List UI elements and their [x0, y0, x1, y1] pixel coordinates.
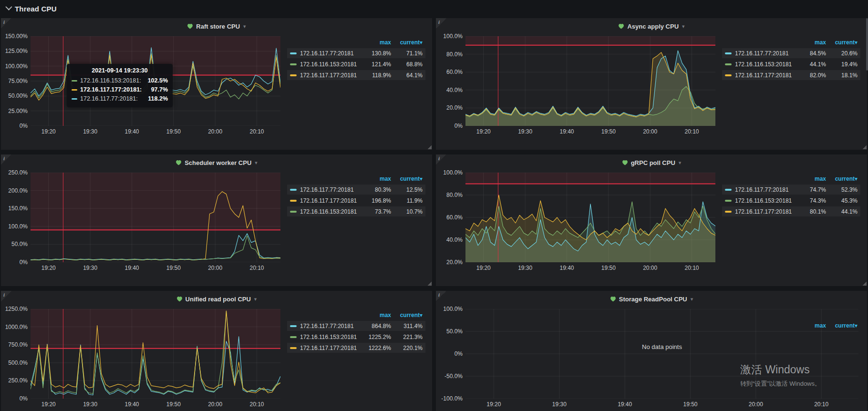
series-color-swatch	[725, 200, 732, 202]
y-axis-label: 100.0%	[436, 33, 463, 40]
legend-sort-max[interactable]: max	[796, 322, 826, 329]
plot-area[interactable]: 100.0%80.0%60.0%40.0%20.0%0%	[465, 36, 715, 126]
series-color-swatch	[725, 189, 732, 191]
legend-sort-max[interactable]: max	[796, 175, 826, 182]
y-axis-label: 25.00%	[1, 108, 28, 114]
panel-title: Scheduler worker CPU	[185, 159, 251, 166]
legend-series-name[interactable]: 172.16.116.153:20181	[735, 61, 796, 68]
y-axis-label: 50.0%	[1, 241, 28, 247]
series-color-swatch	[290, 63, 297, 65]
legend-series-name[interactable]: 172.16.117.77:20181	[300, 186, 362, 193]
legend-max-value: 80.3%	[362, 186, 391, 193]
panel-title: Unified read pool CPU	[186, 296, 251, 303]
series-color-swatch	[725, 74, 732, 76]
panel-header-storage-readpool-cpu[interactable]: Storage ReadPool CPU▾	[436, 291, 867, 305]
panel-resize-handle[interactable]	[427, 145, 432, 149]
legend-sort-current[interactable]: current▾	[391, 39, 423, 46]
plot-canvas	[31, 173, 280, 262]
panel-menu-caret-icon[interactable]: ▾	[243, 23, 246, 30]
legend-series-name[interactable]: 172.16.117.177:20181	[735, 208, 796, 215]
legend-series-name[interactable]: 172.16.116.153:20181	[300, 61, 362, 68]
legend-max-value: 82.0%	[796, 72, 826, 79]
panel-info-icon[interactable]: i	[436, 291, 446, 301]
panel-resize-handle[interactable]	[862, 281, 867, 286]
legend-sort-current[interactable]: current▾	[391, 312, 423, 319]
plot-canvas	[465, 173, 715, 262]
panel-menu-caret-icon[interactable]: ▾	[679, 160, 682, 166]
legend-max-value: 1225.2%	[362, 334, 391, 340]
plot-canvas	[465, 36, 715, 126]
plot-area[interactable]: 1250.0%1000.0%750.0%500.0%250.0%0%	[31, 309, 280, 399]
y-axis-label: 40.0%	[436, 236, 463, 243]
panel-resize-handle[interactable]	[427, 281, 432, 286]
tooltip-series-name: 172.16.116.153:20181:	[80, 76, 141, 85]
legend-row: 172.16.117.77:20181864.8%311.4%	[287, 321, 425, 331]
legend-sort-max[interactable]: max	[362, 312, 391, 319]
x-axis-label: 19:50	[166, 128, 181, 135]
y-axis-label: 80.0%	[436, 192, 463, 198]
panel-menu-caret-icon[interactable]: ▾	[254, 296, 257, 302]
legend-max-value: 130.8%	[362, 50, 391, 57]
x-axis-label: 19:40	[125, 401, 139, 408]
legend-series-name[interactable]: 172.16.117.177:20181	[300, 197, 362, 204]
legend-sort-max[interactable]: max	[796, 39, 826, 46]
legend-series-name[interactable]: 172.16.117.77:20181	[300, 323, 362, 329]
x-axis-label: 19:50	[166, 401, 181, 408]
legend-sort-current[interactable]: current▾	[826, 322, 858, 329]
x-axis-label: 19:50	[601, 265, 616, 271]
legend: maxcurrent▾	[794, 320, 860, 331]
x-axis-label: 19:20	[476, 128, 491, 135]
plot-area[interactable]: 250.0%200.0%150.0%100.0%50.0%0%	[31, 173, 280, 262]
legend-row: 172.16.116.153:2018174.3%45.3%	[722, 195, 860, 206]
series-color-swatch	[290, 52, 297, 54]
legend-series-name[interactable]: 172.16.117.177:20181	[735, 72, 796, 79]
plot-canvas	[31, 309, 280, 399]
legend-series-name[interactable]: 172.16.116.153:20181	[735, 197, 796, 204]
panel-header-scheduler-worker-cpu[interactable]: Scheduler worker CPU▾	[1, 154, 432, 169]
panel-menu-caret-icon[interactable]: ▾	[691, 296, 693, 302]
panel-menu-caret-icon[interactable]: ▾	[255, 160, 258, 166]
legend-current-value: 71.1%	[391, 50, 423, 57]
legend-series-name[interactable]: 172.16.117.77:20181	[300, 50, 362, 57]
y-axis-label: 250.0%	[1, 377, 28, 384]
legend-row: 172.16.117.177:20181196.8%11.9%	[287, 195, 425, 206]
legend-sort-current[interactable]: current▾	[826, 175, 858, 182]
panel-info-icon[interactable]: i	[436, 18, 446, 29]
legend-series-name[interactable]: 172.16.117.177:20181	[300, 72, 362, 79]
panel-header-grpc-poll-cpu[interactable]: gRPC poll CPU▾	[436, 154, 867, 169]
panel-info-icon[interactable]: i	[1, 18, 11, 29]
x-axis-label: 19:30	[552, 401, 567, 408]
heart-icon	[187, 23, 193, 29]
legend-series-name[interactable]: 172.16.117.177:20181	[300, 345, 362, 351]
panel-info-icon[interactable]: i	[1, 154, 11, 165]
heart-icon	[176, 296, 183, 302]
legend-sort-current[interactable]: current▾	[826, 39, 858, 46]
y-axis-label: 250.0%	[1, 169, 28, 176]
legend-series-name[interactable]: 172.16.117.77:20181	[735, 50, 796, 57]
legend-max-value: 74.3%	[796, 197, 826, 204]
heart-icon	[176, 160, 182, 165]
legend-sort-max[interactable]: max	[362, 39, 391, 46]
x-axis: 19:2019:3019:4019:5020:0020:10	[465, 263, 715, 273]
legend-sort-current[interactable]: current▾	[391, 175, 423, 182]
y-axis-label: 20.0%	[436, 104, 463, 111]
row-header-thread-cpu[interactable]: Thread CPU	[0, 0, 868, 17]
panel-header-async-apply-cpu[interactable]: Async apply CPU▾	[436, 18, 867, 32]
legend-series-name[interactable]: 172.16.116.153:20181	[300, 208, 362, 215]
panel-info-icon[interactable]: i	[1, 291, 11, 301]
panel-header-raft-store-cpu[interactable]: Raft store CPU▾	[1, 18, 432, 32]
legend-sort-max[interactable]: max	[362, 175, 391, 182]
scrollbar-thumb[interactable]	[866, 18, 868, 71]
panel-async-apply-cpu: iAsync apply CPU▾100.0%80.0%60.0%40.0%20…	[436, 18, 867, 150]
panel-resize-handle[interactable]	[862, 145, 867, 149]
panel-unified-read-pool-cpu: iUnified read pool CPU▾1250.0%1000.0%750…	[1, 291, 432, 411]
legend-header: maxcurrent▾	[722, 174, 860, 184]
legend-series-name[interactable]: 172.16.117.77:20181	[735, 186, 796, 193]
panel-header-unified-read-pool-cpu[interactable]: Unified read pool CPU▾	[1, 291, 432, 305]
plot-area[interactable]: 100.0%80.0%60.0%40.0%20.0%	[465, 173, 715, 262]
series-color-swatch	[290, 200, 297, 202]
panel-menu-caret-icon[interactable]: ▾	[682, 23, 685, 30]
x-axis-label: 19:20	[41, 401, 56, 408]
panel-info-icon[interactable]: i	[436, 154, 446, 165]
legend-series-name[interactable]: 172.16.116.153:20181	[300, 334, 362, 340]
